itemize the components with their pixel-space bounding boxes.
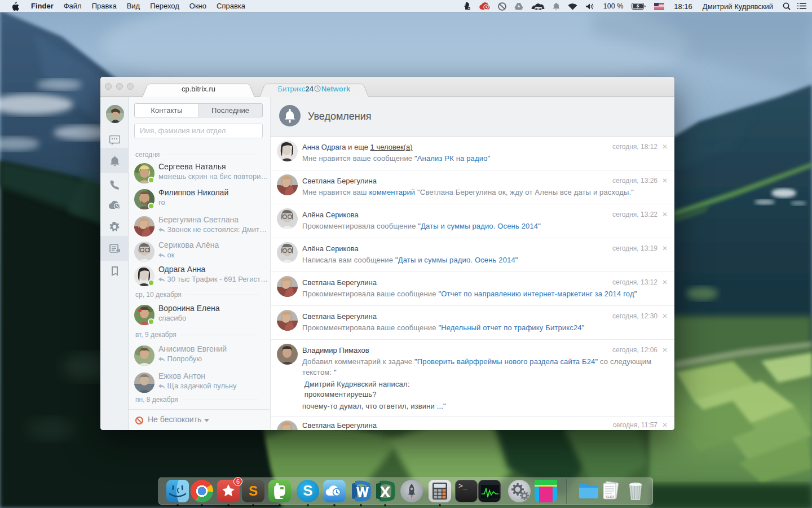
svg-text:XLSX: XLSX: [606, 495, 614, 498]
